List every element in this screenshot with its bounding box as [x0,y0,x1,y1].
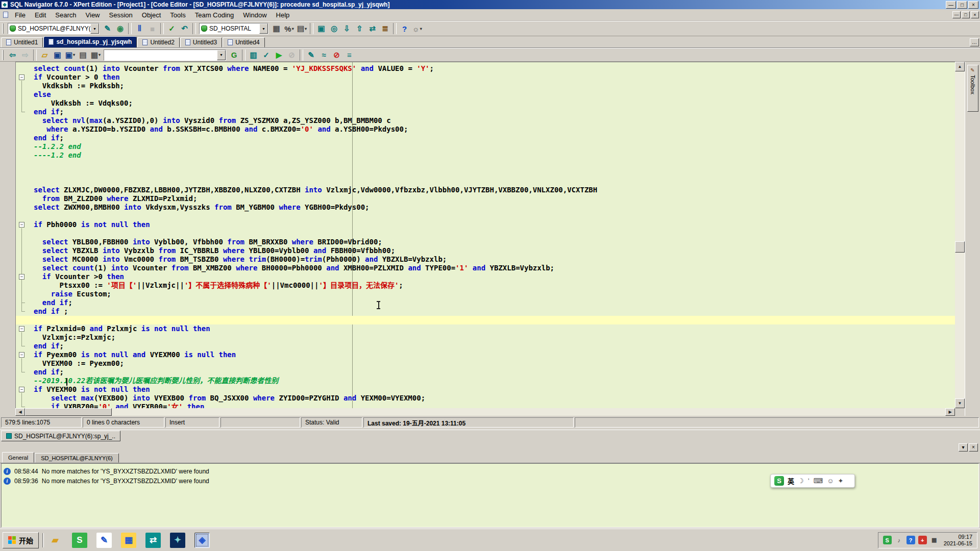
vscroll-thumb[interactable] [955,241,965,253]
minimize-button[interactable]: — [946,1,956,9]
transfer-launch-icon[interactable]: ⇄ [145,533,161,548]
db-import-icon[interactable]: ⇧ [353,23,366,35]
help-icon[interactable]: ? [398,23,411,35]
output-tab-general[interactable]: General [2,452,34,463]
schema-selector-dropdown[interactable]: ▼ [259,23,268,34]
describe-icon[interactable]: ▥ [247,49,260,61]
folder-launch-icon[interactable]: ▰ [47,533,63,548]
emoji-icon[interactable]: ☺ [827,477,834,485]
save-all-icon[interactable]: ▣▾ [64,49,77,61]
mdi-restore-button[interactable]: □ [962,11,970,18]
fold-toggle[interactable]: − [19,222,24,228]
trace-icon[interactable]: ≡ [343,49,356,61]
code-editor[interactable]: select count(1) into Vcounter from XT_XT… [15,62,955,408]
open-window-tab[interactable]: SD_HOSPITAL@FJLNYY(6):sp_yj_.. [1,431,120,441]
back-icon[interactable]: ⇦ [6,49,19,61]
keyboard-icon[interactable]: ⌨ [814,477,823,485]
hscroll-thumb[interactable] [25,408,112,416]
fold-toggle[interactable]: − [19,274,24,280]
scroll-left-button[interactable]: ◀ [15,408,25,416]
execute-icon[interactable]: ▶ [273,49,285,61]
scroll-down-button[interactable]: ▼ [955,398,965,408]
data-grid-icon[interactable]: ▤▾ [296,23,308,35]
fold-toggle[interactable]: − [19,387,24,392]
find-objects-icon[interactable]: ◎ [328,23,340,35]
doc-tab-sd-hospital-sp-yj-yjsqwh[interactable]: sd_hospital.sp_yj_yjsqwh [43,36,137,47]
session-selector-dropdown[interactable]: ▼ [90,23,99,34]
fold-toggle[interactable]: − [19,74,24,80]
punctuation-icon[interactable]: ’ [808,477,810,485]
menu-object[interactable]: Object [137,10,166,20]
output-splitter[interactable]: ▾ × [0,442,980,452]
spool-icon[interactable]: ≣ [379,23,391,35]
schema-selector[interactable]: SD_HOSPITAL▼ [199,23,268,34]
output-close-button[interactable]: × [969,443,978,452]
close-button[interactable]: × [968,1,978,9]
goto-sql-icon[interactable]: G [228,49,240,61]
restore-button[interactable]: □ [957,1,967,9]
mdi-minimize-button[interactable]: — [952,11,961,18]
mdi-close-button[interactable]: × [971,11,979,18]
grid-app-launch-icon[interactable]: ▦ [121,533,136,548]
ime-toolbox-icon[interactable]: ✦ [838,477,844,485]
vertical-scrollbar[interactable]: ▲ ▼ [955,62,965,408]
horizontal-scrollbar[interactable]: ◀ ▶ [15,408,955,416]
analyze-grid-icon[interactable]: ▦ [270,23,283,35]
menu-team-coding[interactable]: Team Coding [190,10,239,20]
taskbar-clock[interactable]: 09:17 2021-06-15 [942,534,972,547]
stop-icon[interactable]: ■ [146,23,159,35]
abort-icon[interactable]: ⊘ [330,49,343,61]
menu-window[interactable]: Window [238,10,271,20]
doc-tab-untitled2[interactable]: Untitled2 [137,37,179,47]
explain-plan-icon[interactable]: ≈ [317,49,330,61]
scroll-right-button[interactable]: ▶ [945,408,955,416]
tab-overflow-button[interactable]: … [970,38,979,46]
editor-toolbar-grip[interactable] [2,50,4,60]
ime-toolbar[interactable]: S 英 ☽’⌨☺✦ [770,474,855,488]
ime-language-toggle[interactable]: 英 [788,476,794,486]
db-export-icon[interactable]: ⇩ [340,23,353,35]
input-tray-icon[interactable]: ▦ [930,536,939,544]
doc-tab-untitled3[interactable]: Untitled3 [180,37,222,47]
code-pane[interactable]: select count(1) into Vcounter from XT_XT… [34,64,955,408]
save-icon[interactable]: ▣ [51,49,64,61]
menu-tools[interactable]: Tools [165,10,190,20]
open-file-icon[interactable]: ▱ [38,49,51,61]
menu-search[interactable]: Search [51,10,81,20]
sogou-tray-icon[interactable]: S [883,536,892,544]
toolbox-tab[interactable]: ✎ Toolbox [967,65,978,112]
menu-help[interactable]: Help [272,10,295,20]
doc-tab-untitled4[interactable]: Untitled4 [223,37,264,47]
compare-icon[interactable]: ⇄ [366,23,379,35]
output-window-icon[interactable]: ▣ [315,23,328,35]
options-icon[interactable]: ☼▾ [411,23,424,35]
commit-icon[interactable]: ✓ [165,23,178,35]
forward-icon[interactable]: ⇨ [19,49,32,61]
tune-icon[interactable]: ✎ [305,49,317,61]
percent-tools-icon[interactable]: %▾ [283,23,296,35]
rollback-icon[interactable]: ↶ [178,23,191,35]
menu-edit[interactable]: Edit [30,10,51,20]
web-support-icon[interactable]: ◉ [114,23,127,35]
sqlnav-active-task[interactable]: ◈ [194,533,210,548]
output-collapse-button[interactable]: ▾ [959,443,968,452]
layout-icon[interactable]: ▦▾ [89,49,102,61]
sogou-launch-icon[interactable]: S [72,533,87,548]
toolbar-grip[interactable] [2,23,4,34]
code-search-combo[interactable]: ▼ [104,49,226,61]
scroll-up-button[interactable]: ▲ [955,62,965,71]
menu-session[interactable]: Session [105,10,137,20]
output-panel[interactable]: i08:58:44No more matches for 'YS_BYXXZTS… [1,463,979,528]
new-editor-icon[interactable]: ✎ [101,23,114,35]
fold-toggle[interactable]: − [19,326,24,332]
security-tray-icon[interactable]: + [918,536,927,544]
print-icon[interactable]: ▤ [77,49,89,61]
halt-disabled-icon[interactable]: ⊘ [285,49,298,61]
doc-tab-untitled1[interactable]: Untitled1 [1,37,43,47]
mdi-document-icon[interactable] [3,12,8,18]
app-icon[interactable]: ◆ [1,1,8,8]
code-search-combo-dropdown[interactable]: ▼ [217,50,226,60]
menu-view[interactable]: View [81,10,105,20]
output-tab-sd-hospital-fjlnyy-6-[interactable]: SD_HOSPITAL@FJLNYY(6) [35,453,119,463]
session-selector[interactable]: SD_HOSPITAL@FJLNYY(▼ [8,23,100,34]
